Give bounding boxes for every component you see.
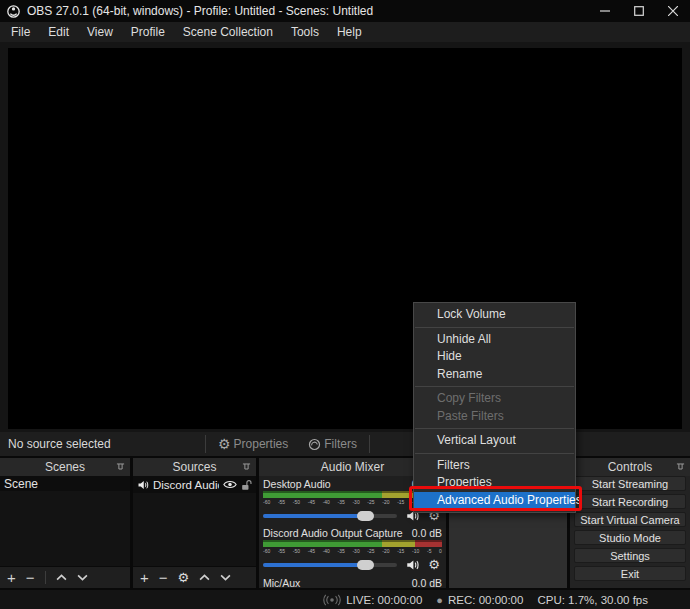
menu-item-rename[interactable]: Rename — [414, 366, 575, 384]
menubar-item-help[interactable]: Help — [328, 22, 371, 42]
controls-panel-title: Controls — [608, 460, 653, 474]
meter-tick-label: -45 — [308, 499, 315, 506]
scenes-panel-title: Scenes — [45, 460, 85, 474]
meter-tick-label: -55 — [278, 499, 285, 506]
menubar-item-view[interactable]: View — [78, 22, 122, 42]
menu-separator — [415, 327, 574, 328]
lock-open-icon[interactable] — [241, 479, 252, 491]
close-button[interactable] — [656, 0, 690, 22]
menubar-item-profile[interactable]: Profile — [122, 22, 174, 42]
volume-slider[interactable] — [263, 514, 397, 518]
meter-tick-label: -45 — [308, 548, 315, 555]
meter-tick-label: -50 — [293, 548, 300, 555]
speaker-icon — [137, 479, 149, 491]
properties-button-label: Properties — [234, 437, 289, 451]
obs-logo-icon — [7, 5, 20, 18]
menu-item-lock-volume[interactable]: Lock Volume — [414, 306, 575, 324]
add-scene-button[interactable]: + — [7, 570, 16, 585]
menu-item-properties[interactable]: Properties — [414, 474, 575, 492]
meter-tick-label: -20 — [382, 499, 389, 506]
properties-button[interactable]: ⚙ Properties — [218, 437, 288, 451]
meter-tick-label: -25 — [367, 548, 374, 555]
meter-tick-label: -40 — [323, 499, 330, 506]
menu-separator — [415, 428, 574, 429]
meter-tick-label: -15 — [397, 499, 404, 506]
menubar-item-file[interactable]: File — [2, 22, 39, 42]
add-source-button[interactable]: + — [140, 570, 149, 585]
dock-pin-icon — [116, 462, 125, 471]
dock-pin-icon — [242, 462, 251, 471]
live-status: LIVE: 00:00:00 — [323, 594, 422, 606]
maximize-button[interactable] — [622, 0, 656, 22]
dock-pin-icon — [676, 462, 685, 471]
start-streaming-button[interactable]: Start Streaming — [574, 476, 686, 491]
start-virtual-camera-button[interactable]: Start Virtual Camera — [574, 512, 686, 527]
move-source-up-button[interactable] — [199, 574, 210, 581]
scenes-toolbar: + − — [0, 566, 130, 588]
volume-slider-handle[interactable] — [357, 560, 374, 570]
source-list-item[interactable]: Discord Audio Out — [133, 476, 256, 493]
menu-item-filters[interactable]: Filters — [414, 457, 575, 475]
obs-main-window: OBS 27.0.1 (64-bit, windows) - Profile: … — [0, 0, 690, 609]
scenes-list: Scene — [0, 476, 130, 566]
preview-canvas[interactable] — [8, 48, 682, 429]
menu-item-advanced-audio-properties[interactable]: Advanced Audio Properties — [414, 492, 575, 510]
exit-button[interactable]: Exit — [574, 566, 686, 581]
scenes-panel-header: Scenes — [0, 458, 130, 476]
preview-area — [0, 42, 690, 432]
record-dot-icon: ● — [436, 594, 443, 606]
mixer-channel-discord-audio: Discord Audio Output Capture 0.0 dB -60-… — [263, 527, 442, 573]
meter-tick-label: -5 — [427, 548, 431, 555]
meter-tick-label: -60 — [263, 548, 270, 555]
speaker-icon[interactable] — [405, 558, 420, 572]
broadcast-icon — [323, 594, 341, 606]
menu-item-unhide-all[interactable]: Unhide All — [414, 331, 575, 349]
rec-status: ● REC: 00:00:00 — [436, 594, 523, 606]
menu-item-hide[interactable]: Hide — [414, 348, 575, 366]
volume-slider[interactable] — [263, 563, 397, 567]
meter-tick-label: -30 — [352, 499, 359, 506]
remove-scene-button[interactable]: − — [26, 570, 35, 585]
volume-slider-handle[interactable] — [357, 511, 374, 521]
move-scene-up-button[interactable] — [56, 574, 67, 581]
meter-tick-label: -50 — [293, 499, 300, 506]
channel-settings-gear-icon[interactable]: ⚙ — [428, 558, 440, 571]
menubar-item-tools[interactable]: Tools — [282, 22, 328, 42]
filters-button[interactable]: Filters — [308, 437, 357, 451]
meter-tick-label: -15 — [397, 548, 404, 555]
move-source-down-button[interactable] — [220, 574, 231, 581]
filters-button-label: Filters — [324, 437, 357, 451]
source-toolbar: No source selected ⚙ Properties Filters — [0, 432, 690, 456]
scene-name: Scene — [4, 477, 38, 491]
settings-button[interactable]: Settings — [574, 548, 686, 563]
window-title: OBS 27.0.1 (64-bit, windows) - Profile: … — [27, 4, 373, 18]
studio-mode-button[interactable]: Studio Mode — [574, 530, 686, 545]
menu-item-paste-filters[interactable]: Paste Filters — [414, 408, 575, 426]
menubar-item-scene-collection[interactable]: Scene Collection — [174, 22, 282, 42]
sources-panel-header: Sources — [133, 458, 256, 476]
meter-tick-label: -20 — [382, 548, 389, 555]
meter-tick-label: -25 — [367, 499, 374, 506]
channel-name: Mic/Aux — [263, 577, 300, 588]
move-scene-down-button[interactable] — [77, 574, 88, 581]
controls-panel: Controls Start Streaming Start Recording… — [570, 458, 690, 588]
menu-separator — [415, 386, 574, 387]
menubar-item-edit[interactable]: Edit — [39, 22, 78, 42]
gear-icon: ⚙ — [218, 437, 231, 451]
start-recording-button[interactable]: Start Recording — [574, 494, 686, 509]
toolbar-divider — [45, 571, 46, 584]
meter-tick-label: -60 — [263, 499, 270, 506]
source-status-text: No source selected — [8, 437, 111, 451]
channel-level: 0.0 dB — [412, 527, 442, 539]
channel-name: Desktop Audio — [263, 478, 331, 490]
menu-item-vertical-layout[interactable]: Vertical Layout — [414, 432, 575, 450]
scene-list-item[interactable]: Scene — [0, 476, 130, 491]
minimize-button[interactable] — [588, 0, 622, 22]
visibility-eye-icon[interactable] — [223, 480, 237, 489]
live-time-label: LIVE: 00:00:00 — [346, 594, 422, 606]
meter-tick-label: -55 — [278, 548, 285, 555]
menu-item-copy-filters[interactable]: Copy Filters — [414, 390, 575, 408]
remove-source-button[interactable]: − — [159, 570, 168, 585]
source-properties-gear-icon[interactable]: ⚙ — [178, 571, 190, 584]
meter-tick-label: -35 — [338, 499, 345, 506]
